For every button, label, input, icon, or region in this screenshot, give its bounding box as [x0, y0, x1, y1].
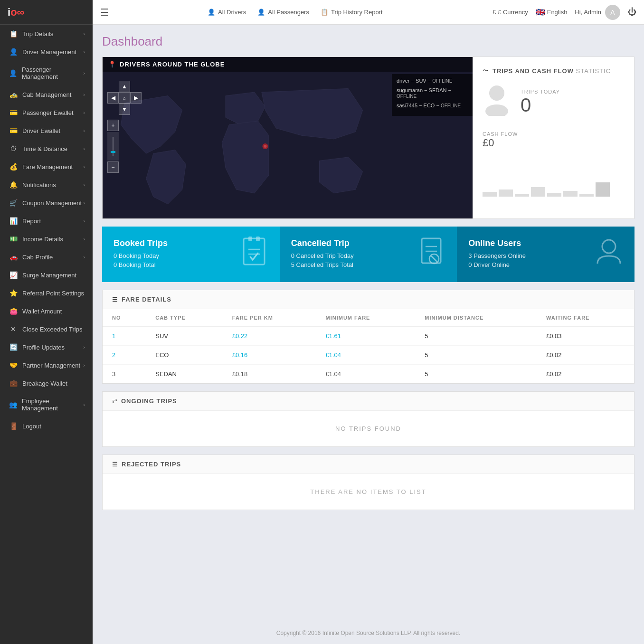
fare-row-2-minimum-fare: £1.04 — [316, 365, 416, 384]
fare-row-1-no: 2 — [103, 346, 146, 365]
fare-row-2-waiting-fare: £0.02 — [537, 365, 634, 384]
svg-rect-5 — [244, 238, 265, 265]
sidebar-icon-11: 💵 — [9, 235, 18, 243]
fare-table-row-2: 3 SEDAN £0.18 £1.04 5 £0.02 — [103, 365, 634, 384]
rejected-trips-header: ☰ REJECTED TRIPS — [103, 455, 634, 474]
trip-history-link[interactable]: 📋 Trip History Report — [321, 9, 383, 16]
svg-rect-8 — [248, 237, 252, 241]
sidebar-item-14[interactable]: ⭐ Referral Point Settings — [0, 284, 93, 302]
sidebar-chevron-18: › — [83, 362, 85, 368]
all-passengers-link[interactable]: 👤 All Passengers — [257, 9, 309, 16]
sidebar-label-1: Driver Management — [22, 48, 76, 56]
fare-details-header: ☰ FARE DETAILS — [103, 290, 634, 309]
sidebar-label-13: Surge Management — [22, 272, 76, 279]
sidebar-item-16[interactable]: ✕ Close Exceeded Trips — [0, 320, 93, 338]
sidebar-item-15[interactable]: 👛 Wallet Amount — [0, 302, 93, 320]
rejected-trips-empty: THERE ARE NO ITEMS TO LIST — [103, 474, 634, 510]
topnav-right: £ £ Currency 🇬🇧 English Hi, Admin A ⏻ — [492, 5, 636, 20]
sidebar-icon-10: 📊 — [9, 217, 18, 225]
sidebar-label-14: Referral Point Settings — [22, 290, 84, 297]
booked-trips-card: Booked Trips 0 Booking Today 0 Booking T… — [102, 227, 280, 282]
sidebar-item-5[interactable]: 💳 Driver Ewallet › — [0, 122, 93, 140]
logout-icon[interactable]: ⏻ — [628, 7, 636, 17]
sidebar-icon-7: 💰 — [9, 163, 18, 170]
flag-icon: 🇬🇧 — [536, 8, 545, 17]
sidebar-icon-13: 📈 — [9, 271, 18, 279]
sidebar-item-2[interactable]: 👤 Passenger Management › — [0, 61, 93, 85]
fare-row-2-cab-type: SEDAN — [146, 365, 223, 384]
sidebar-icon-4: 💳 — [9, 109, 18, 116]
history-icon: 📋 — [321, 9, 328, 16]
sidebar-icon-0: 📋 — [9, 30, 18, 38]
map-zoom-in-button[interactable]: + — [107, 120, 119, 131]
sidebar-item-6[interactable]: ⏱ Time & Distance › — [0, 140, 93, 158]
cancelled-trips-card: Cancelled Trip 0 Cancelled Trip Today 5 … — [280, 227, 457, 282]
svg-point-15 — [602, 240, 616, 253]
all-drivers-link[interactable]: 👤 All Drivers — [208, 9, 246, 16]
sidebar-label-15: Wallet Amount — [22, 308, 62, 315]
bar-chart — [483, 159, 625, 197]
ongoing-trips-icon: ⇄ — [112, 398, 117, 405]
sidebar-icon-8: 🔔 — [9, 181, 18, 189]
sidebar-label-12: Cab Profile — [22, 254, 53, 261]
map-home-button[interactable]: ⌂ — [119, 92, 130, 104]
fare-row-0-minimum-fare: £1.61 — [316, 327, 416, 346]
sidebar-item-17[interactable]: 🔄 Profile Updates › — [0, 338, 93, 356]
map-right-button[interactable]: ▶ — [130, 92, 142, 104]
sidebar-chevron-8: › — [83, 182, 85, 188]
sidebar-item-18[interactable]: 🤝 Partner Management › — [0, 356, 93, 374]
page-title: Dashboard — [102, 34, 635, 49]
user-menu[interactable]: Hi, Admin A — [575, 5, 620, 20]
rejected-trips-section: ☰ REJECTED TRIPS THERE ARE NO ITEMS TO L… — [102, 455, 635, 510]
ongoing-trips-empty: NO TRIPS FOUND — [103, 411, 634, 446]
sidebar-item-20[interactable]: 👥 Employee Management › — [0, 392, 93, 417]
sidebar-item-13[interactable]: 📈 Surge Management — [0, 266, 93, 284]
currency-selector[interactable]: £ £ Currency — [492, 9, 528, 16]
footer: Copyright © 2016 Infinite Open Source So… — [93, 622, 644, 644]
sidebar-item-19[interactable]: 💼 Breakage Wallet — [0, 374, 93, 392]
col-cab-type: CAB TYPE — [146, 309, 223, 327]
map-section: 📍 DRIVERS AROUND THE GLOBE — [103, 57, 473, 218]
fare-row-2-no: 3 — [103, 365, 146, 384]
trips-today-section: TRIPS TODAY 0 — [483, 83, 625, 122]
map-up-button[interactable]: ▲ — [119, 81, 130, 92]
sidebar-item-8[interactable]: 🔔 Notifications › — [0, 176, 93, 194]
map-pin-icon: 📍 — [108, 61, 116, 68]
sidebar-chevron-17: › — [83, 344, 85, 350]
menu-icon[interactable]: ☰ — [100, 7, 109, 18]
sidebar-item-10[interactable]: 📊 Report › — [0, 212, 93, 230]
fare-row-0-fare-per-km: £0.22 — [223, 327, 316, 346]
sidebar-icon-12: 🚗 — [9, 253, 18, 261]
sidebar-item-3[interactable]: 🚕 Cab Management › — [0, 85, 93, 104]
svg-point-2 — [264, 145, 266, 148]
sidebar-item-9[interactable]: 🛒 Coupon Management › — [0, 194, 93, 212]
fare-table-row-0: 1 SUV £0.22 £1.61 5 £0.03 — [103, 327, 634, 346]
sidebar-item-11[interactable]: 💵 Income Details › — [0, 230, 93, 248]
sidebar-icon-1: 👤 — [9, 48, 18, 56]
sidebar-item-1[interactable]: 👤 Driver Management › — [0, 43, 93, 61]
sidebar-label-21: Logout — [22, 423, 41, 430]
sidebar-icon-2: 👤 — [9, 69, 17, 77]
sidebar-item-4[interactable]: 💳 Passenger Ewallet › — [0, 104, 93, 122]
map-down-button[interactable]: ▼ — [119, 104, 130, 115]
sidebar-item-21[interactable]: 🚪 Logout — [0, 417, 93, 435]
sidebar-item-7[interactable]: 💰 Fare Management › — [0, 158, 93, 176]
sidebar-item-0[interactable]: 📋 Trip Details › — [0, 25, 93, 43]
map-left-button[interactable]: ◀ — [107, 92, 119, 104]
sidebar-label-18: Partner Management — [22, 362, 80, 369]
sidebar-chevron-12: › — [83, 254, 85, 260]
language-selector[interactable]: 🇬🇧 English — [536, 8, 568, 17]
sidebar-chevron-5: › — [83, 128, 85, 133]
top-row: 📍 DRIVERS AROUND THE GLOBE — [102, 57, 635, 219]
topnav-links: 👤 All Drivers 👤 All Passengers 📋 Trip Hi… — [208, 9, 492, 16]
fare-table-head: NO CAB TYPE FARE PER KM MINIMUM FARE MIN… — [103, 309, 634, 327]
bar-6 — [563, 191, 578, 197]
world-map — [103, 74, 392, 218]
map-driver-list: driver − SUV − OFFLINE sugumaran − SEDAN… — [392, 74, 473, 116]
sidebar-item-12[interactable]: 🚗 Cab Profile › — [0, 248, 93, 266]
sidebar-logo: io∞ — [0, 0, 93, 25]
fare-details-icon: ☰ — [112, 296, 118, 303]
map-zoom-out-button[interactable]: − — [107, 161, 119, 173]
fare-row-1-waiting-fare: £0.02 — [537, 346, 634, 365]
fare-row-1-minimum-fare: £1.04 — [316, 346, 416, 365]
